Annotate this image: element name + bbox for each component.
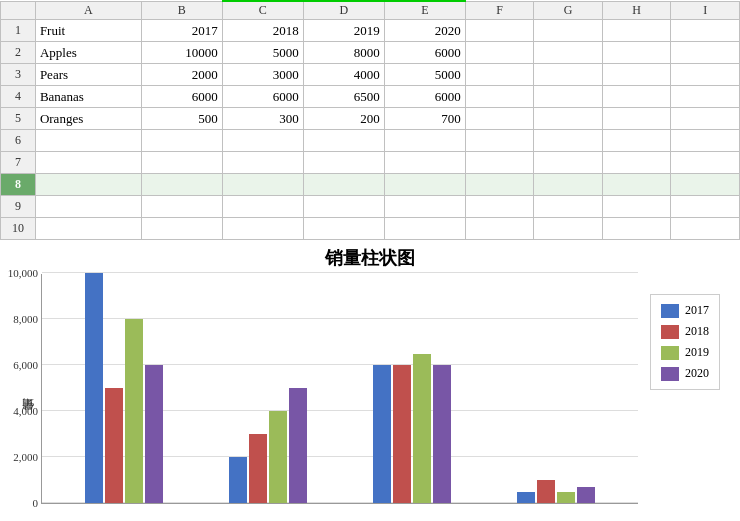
cell-r3-c0[interactable]: Pears	[35, 64, 141, 86]
cell-r2-c8[interactable]	[671, 42, 740, 64]
col-header-D[interactable]: D	[303, 1, 384, 20]
cell-r2-c0[interactable]: Apples	[35, 42, 141, 64]
cell-r8-c2[interactable]	[222, 174, 303, 196]
cell-r2-c1[interactable]: 10000	[141, 42, 222, 64]
col-header-H[interactable]: H	[602, 1, 671, 20]
cell-r1-c3[interactable]: 2019	[303, 20, 384, 42]
cell-r9-c6[interactable]	[534, 196, 603, 218]
cell-r4-c2[interactable]: 6000	[222, 86, 303, 108]
cell-r6-c7[interactable]	[602, 130, 671, 152]
cell-r3-c4[interactable]: 5000	[384, 64, 465, 86]
cell-r7-c2[interactable]	[222, 152, 303, 174]
cell-r6-c3[interactable]	[303, 130, 384, 152]
cell-r6-c4[interactable]	[384, 130, 465, 152]
cell-r2-c5[interactable]	[465, 42, 534, 64]
cell-r7-c4[interactable]	[384, 152, 465, 174]
cell-r9-c1[interactable]	[141, 196, 222, 218]
cell-r3-c3[interactable]: 4000	[303, 64, 384, 86]
cell-r6-c2[interactable]	[222, 130, 303, 152]
cell-r2-c4[interactable]: 6000	[384, 42, 465, 64]
cell-r7-c1[interactable]	[141, 152, 222, 174]
cell-r4-c5[interactable]	[465, 86, 534, 108]
cell-r5-c4[interactable]: 700	[384, 108, 465, 130]
cell-r6-c1[interactable]	[141, 130, 222, 152]
cell-r2-c3[interactable]: 8000	[303, 42, 384, 64]
cell-r4-c3[interactable]: 6500	[303, 86, 384, 108]
cell-r6-c6[interactable]	[534, 130, 603, 152]
cell-r8-c6[interactable]	[534, 174, 603, 196]
cell-r3-c7[interactable]	[602, 64, 671, 86]
cell-r4-c0[interactable]: Bananas	[35, 86, 141, 108]
cell-r3-c8[interactable]	[671, 64, 740, 86]
cell-r7-c7[interactable]	[602, 152, 671, 174]
cell-r9-c8[interactable]	[671, 196, 740, 218]
cell-r6-c5[interactable]	[465, 130, 534, 152]
cell-r5-c5[interactable]	[465, 108, 534, 130]
cell-r10-c4[interactable]	[384, 218, 465, 240]
cell-r4-c6[interactable]	[534, 86, 603, 108]
row-header-6[interactable]: 6	[1, 130, 36, 152]
cell-r1-c6[interactable]	[534, 20, 603, 42]
cell-r2-c6[interactable]	[534, 42, 603, 64]
cell-r3-c5[interactable]	[465, 64, 534, 86]
cell-r3-c6[interactable]	[534, 64, 603, 86]
col-header-B[interactable]: B	[141, 1, 222, 20]
cell-r3-c1[interactable]: 2000	[141, 64, 222, 86]
cell-r1-c7[interactable]	[602, 20, 671, 42]
cell-r9-c2[interactable]	[222, 196, 303, 218]
cell-r9-c5[interactable]	[465, 196, 534, 218]
cell-r10-c5[interactable]	[465, 218, 534, 240]
row-header-7[interactable]: 7	[1, 152, 36, 174]
cell-r10-c1[interactable]	[141, 218, 222, 240]
cell-r9-c3[interactable]	[303, 196, 384, 218]
row-header-3[interactable]: 3	[1, 64, 36, 86]
col-header-I[interactable]: I	[671, 1, 740, 20]
row-header-4[interactable]: 4	[1, 86, 36, 108]
cell-r7-c6[interactable]	[534, 152, 603, 174]
cell-r10-c7[interactable]	[602, 218, 671, 240]
cell-r10-c3[interactable]	[303, 218, 384, 240]
cell-r4-c8[interactable]	[671, 86, 740, 108]
col-header-C[interactable]: C	[222, 1, 303, 20]
cell-r5-c0[interactable]: Oranges	[35, 108, 141, 130]
cell-r8-c5[interactable]	[465, 174, 534, 196]
cell-r7-c5[interactable]	[465, 152, 534, 174]
cell-r4-c4[interactable]: 6000	[384, 86, 465, 108]
cell-r5-c2[interactable]: 300	[222, 108, 303, 130]
cell-r1-c1[interactable]: 2017	[141, 20, 222, 42]
cell-r5-c7[interactable]	[602, 108, 671, 130]
cell-r1-c2[interactable]: 2018	[222, 20, 303, 42]
cell-r5-c1[interactable]: 500	[141, 108, 222, 130]
cell-r3-c2[interactable]: 3000	[222, 64, 303, 86]
cell-r10-c8[interactable]	[671, 218, 740, 240]
cell-r1-c8[interactable]	[671, 20, 740, 42]
col-header-A[interactable]: A	[35, 1, 141, 20]
cell-r10-c2[interactable]	[222, 218, 303, 240]
row-header-8[interactable]: 8	[1, 174, 36, 196]
cell-r6-c8[interactable]	[671, 130, 740, 152]
cell-r4-c1[interactable]: 6000	[141, 86, 222, 108]
cell-r8-c7[interactable]	[602, 174, 671, 196]
cell-r1-c5[interactable]	[465, 20, 534, 42]
row-header-5[interactable]: 5	[1, 108, 36, 130]
cell-r7-c0[interactable]	[35, 152, 141, 174]
row-header-10[interactable]: 10	[1, 218, 36, 240]
cell-r9-c7[interactable]	[602, 196, 671, 218]
cell-r9-c4[interactable]	[384, 196, 465, 218]
cell-r4-c7[interactable]	[602, 86, 671, 108]
cell-r8-c8[interactable]	[671, 174, 740, 196]
row-header-9[interactable]: 9	[1, 196, 36, 218]
cell-r8-c1[interactable]	[141, 174, 222, 196]
cell-r1-c0[interactable]: Fruit	[35, 20, 141, 42]
cell-r9-c0[interactable]	[35, 196, 141, 218]
cell-r5-c8[interactable]	[671, 108, 740, 130]
cell-r8-c4[interactable]	[384, 174, 465, 196]
cell-r5-c3[interactable]: 200	[303, 108, 384, 130]
cell-r10-c6[interactable]	[534, 218, 603, 240]
cell-r6-c0[interactable]	[35, 130, 141, 152]
cell-r1-c4[interactable]: 2020	[384, 20, 465, 42]
cell-r8-c3[interactable]	[303, 174, 384, 196]
col-header-F[interactable]: F	[465, 1, 534, 20]
cell-r7-c3[interactable]	[303, 152, 384, 174]
col-header-G[interactable]: G	[534, 1, 603, 20]
